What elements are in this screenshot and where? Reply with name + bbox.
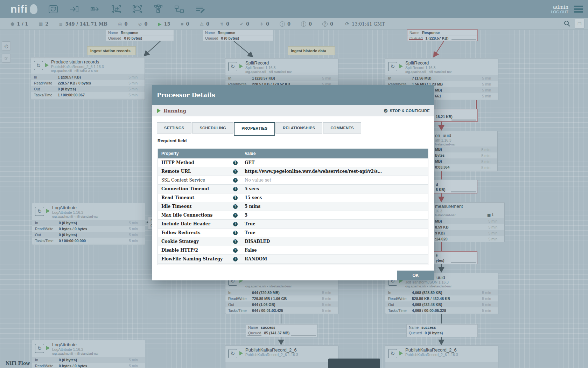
help-icon[interactable]: ? xyxy=(233,222,238,226)
stat-period: 5 min xyxy=(488,237,497,241)
help-icon[interactable]: ? xyxy=(233,187,238,191)
help-icon[interactable]: ? xyxy=(233,231,238,235)
navigate-palette-icon[interactable]: ◎ xyxy=(2,41,11,50)
dialog-title: Processor Details xyxy=(152,85,434,105)
property-row[interactable]: Idle Timeout?5 mins xyxy=(158,202,428,211)
property-row[interactable]: Disable HTTP/2?False xyxy=(158,246,428,255)
global-menu-icon[interactable] xyxy=(574,4,583,14)
help-icon[interactable]: ? xyxy=(233,196,238,200)
property-value-cell[interactable]: https://www.pegelonline.wsv.de/webservic… xyxy=(241,167,398,176)
processor[interactable]: ↻LogAttributeLogAttribute 1.16.3org.apac… xyxy=(32,340,145,368)
search-icon[interactable] xyxy=(564,20,570,28)
tab-comments[interactable]: COMMENTS xyxy=(323,122,361,134)
stat-value: 4,068 (528.59 KB) xyxy=(412,291,442,295)
stat-label: In xyxy=(228,76,252,80)
remote-process-group-icon[interactable] xyxy=(131,4,143,15)
tab-properties[interactable]: PROPERTIES xyxy=(234,122,275,136)
property-row[interactable]: Connection Timeout?5 secs xyxy=(158,185,428,193)
property-value-cell[interactable]: RANDOM xyxy=(241,255,398,263)
connection-label[interactable]: NameResponseQueued0 (0 bytes) xyxy=(203,29,273,41)
stat-period: 5 min xyxy=(488,231,497,235)
help-icon[interactable]: ? xyxy=(233,204,238,209)
help-icon[interactable]: ? xyxy=(233,178,238,183)
logout-link[interactable]: LOG OUT xyxy=(551,10,568,14)
property-value-cell[interactable]: GET xyxy=(241,158,398,167)
help-icon[interactable]: ? xyxy=(233,213,238,218)
queued-value: 0 (0 bytes) xyxy=(221,36,239,40)
connection-label[interactable]: NameResponseQueued1 (228.57 KB) xyxy=(407,29,478,41)
bottom-dark-panel xyxy=(328,359,380,368)
property-value-cell[interactable]: DISABLED xyxy=(241,237,398,246)
stat-period: 5 min xyxy=(482,88,491,92)
panel-toggle-icon[interactable]: ❐ xyxy=(575,19,584,29)
processor[interactable]: ↻PublishKafkaRecord_2_6PublishKafkaRecor… xyxy=(225,345,338,368)
funnel-icon[interactable] xyxy=(152,4,164,15)
help-icon[interactable]: ? xyxy=(233,169,238,174)
property-value-cell[interactable]: No value set xyxy=(241,264,398,265)
processor[interactable]: ↻LogAttributeLogAttribute 1.16.3org.apac… xyxy=(32,203,145,245)
property-row[interactable]: Include Date Header?True xyxy=(158,220,428,229)
processor-stat-row: Read/Write0 bytes / 0 bytes5 min xyxy=(32,226,145,232)
tab-settings[interactable]: SETTINGS xyxy=(157,122,191,134)
stop-and-configure-button[interactable]: ⚙ STOP & CONFIGURE xyxy=(384,108,430,114)
property-value-cell[interactable]: False xyxy=(241,246,398,254)
name-value: Response xyxy=(218,30,235,35)
counter-value: 0 xyxy=(330,21,333,27)
output-port-icon[interactable] xyxy=(89,4,101,15)
processor-stat-row: Out644 (1.06 GB)5 min xyxy=(225,301,338,307)
property-row[interactable]: FlowFile Naming Strategy?RANDOM xyxy=(158,255,428,264)
refresh-icon[interactable]: ⟳ xyxy=(345,21,349,27)
property-value-cell[interactable]: True xyxy=(241,220,398,228)
connection-label[interactable]: NameResponseQueued0 (0 bytes) xyxy=(106,29,174,41)
processor-stat-row: Read/Write729.89 MB / 1.06 GB5 min xyxy=(225,295,338,301)
template-icon[interactable] xyxy=(173,4,185,15)
property-name: Remote URL xyxy=(161,169,233,174)
help-icon[interactable]: ? xyxy=(233,161,238,165)
property-value-cell[interactable]: 5 secs xyxy=(241,185,398,193)
property-row[interactable]: Follow Redirects?True xyxy=(158,229,428,237)
property-name: Connection Timeout xyxy=(161,186,233,191)
property-row[interactable]: HTTP Method?GET xyxy=(158,158,428,167)
processor-name: LogAttribute xyxy=(52,342,77,347)
processor-stat-row: Out0 (0 bytes)5 min xyxy=(31,86,145,92)
input-port-icon[interactable] xyxy=(68,4,80,15)
stat-period: 5 min xyxy=(129,364,138,368)
label-icon[interactable] xyxy=(194,4,206,15)
process-group-icon[interactable] xyxy=(110,4,122,15)
processor-icon[interactable] xyxy=(47,4,59,15)
text-fragment: MB) xyxy=(435,88,442,92)
property-row[interactable]: Remote URL?https://www.pegelonline.wsv.d… xyxy=(158,167,428,176)
help-icon[interactable]: ? xyxy=(233,248,238,253)
property-row[interactable]: Read Timeout?15 secs xyxy=(158,193,428,202)
stat-period: 5 min xyxy=(128,75,138,79)
connection-label[interactable]: NamesuccessQueued0 (0 bytes) xyxy=(406,324,478,337)
connection-label[interactable]: NamesuccessQueued85 (141.37 MB) xyxy=(246,324,317,337)
operate-palette-icon[interactable]: ☞ xyxy=(2,54,11,63)
property-value-cell[interactable]: 15 secs xyxy=(241,193,398,202)
tab-relationships[interactable]: RELATIONSHIPS xyxy=(275,122,322,134)
property-value-cell[interactable]: True xyxy=(241,229,398,237)
property-row[interactable]: Max Idle Connections?5 xyxy=(158,211,428,220)
property-value-cell[interactable]: 5 mins xyxy=(241,202,398,211)
property-name: Disable HTTP/2 xyxy=(161,248,233,253)
breadcrumb[interactable]: NiFi Flow xyxy=(6,361,30,366)
tab-scheduling[interactable]: SCHEDULING xyxy=(192,122,233,134)
property-value-cell[interactable]: No value set xyxy=(241,176,398,184)
processor-stat-row: Read/Write0 bytes / 0 bytes5 min xyxy=(32,363,145,368)
stat-value: 228.57 KB / 0 bytes xyxy=(58,81,91,85)
stat-period: 5 min xyxy=(488,219,497,223)
property-row[interactable]: Attributes to Send?No value set xyxy=(158,264,428,265)
canvas-label[interactable]: Ingest station records xyxy=(87,46,136,55)
canvas-label[interactable]: Ingest historic data xyxy=(288,46,335,55)
stat-label: In xyxy=(34,75,58,79)
ok-button[interactable]: OK xyxy=(397,271,434,280)
processor-type-icon: ↻ xyxy=(35,207,44,216)
property-row[interactable]: Cookie Strategy?DISABLED xyxy=(158,237,428,246)
help-icon[interactable]: ? xyxy=(233,257,238,261)
help-icon[interactable]: ? xyxy=(233,239,238,244)
property-row[interactable]: SSL Context Service?No value set xyxy=(158,176,428,185)
property-name-cell: Idle Timeout? xyxy=(158,202,241,211)
processor[interactable]: ↻PublishKafkaRecord_2_6PublishKafkaRecor… xyxy=(385,345,498,368)
processor[interactable]: ↻Produce station recordsPublishKafkaReco… xyxy=(31,57,145,100)
property-value-cell[interactable]: 5 xyxy=(241,211,398,219)
